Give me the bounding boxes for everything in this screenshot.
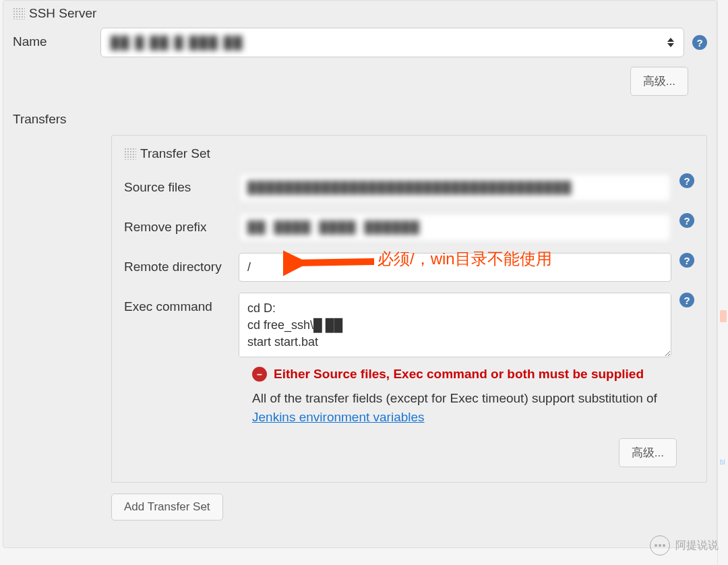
help-icon[interactable]: ? <box>679 293 694 307</box>
error-icon: – <box>252 367 267 382</box>
help-icon[interactable]: ? <box>692 35 707 50</box>
ssh-server-header: SSH Server <box>3 1 717 24</box>
marker-icon: bl <box>720 458 727 465</box>
ssh-server-panel: SSH Server Name ██ █ ██ █ ███ ██ ? 高级...… <box>3 0 717 548</box>
remote-directory-label: Remote directory <box>124 253 239 274</box>
drag-grip-icon[interactable] <box>13 7 25 20</box>
transfer-set-panel: Transfer Set Source files ? Remove prefi… <box>111 135 707 483</box>
transfer-set-title: Transfer Set <box>140 146 210 161</box>
marker-icon <box>720 310 727 322</box>
source-files-label: Source files <box>124 173 239 195</box>
wechat-icon <box>650 535 670 556</box>
transfers-label: Transfers <box>13 105 100 127</box>
watermark: 阿提说说 <box>650 535 719 556</box>
help-icon[interactable]: ? <box>679 213 694 228</box>
name-label: Name <box>13 28 100 49</box>
name-select-value: ██ █ ██ █ ███ ██ <box>111 36 243 50</box>
add-transfer-set-button[interactable]: Add Transfer Set <box>111 494 223 521</box>
remote-directory-input[interactable] <box>239 253 671 282</box>
error-message: Either Source files, Exec command or bot… <box>274 365 644 384</box>
drag-grip-icon[interactable] <box>124 148 136 160</box>
remove-prefix-input[interactable] <box>239 213 671 242</box>
watermark-text: 阿提说说 <box>675 539 719 553</box>
info-prefix: All of the transfer fields (except for E… <box>252 391 657 405</box>
jenkins-env-link[interactable]: Jenkins environment variables <box>252 410 425 424</box>
exec-command-textarea[interactable] <box>239 293 671 357</box>
info-text: All of the transfer fields (except for E… <box>112 386 706 434</box>
transfer-advanced-button[interactable]: 高级... <box>619 438 677 467</box>
advanced-button[interactable]: 高级... <box>630 67 688 96</box>
remove-prefix-label: Remove prefix <box>124 213 239 235</box>
exec-command-label: Exec command <box>124 293 239 314</box>
select-caret-icon <box>667 38 674 47</box>
side-strip: bl <box>717 0 728 565</box>
ssh-server-title: SSH Server <box>29 6 96 21</box>
help-icon[interactable]: ? <box>679 253 694 268</box>
name-select[interactable]: ██ █ ██ █ ███ ██ <box>100 28 684 57</box>
help-icon[interactable]: ? <box>679 173 694 188</box>
source-files-input[interactable] <box>239 173 671 202</box>
